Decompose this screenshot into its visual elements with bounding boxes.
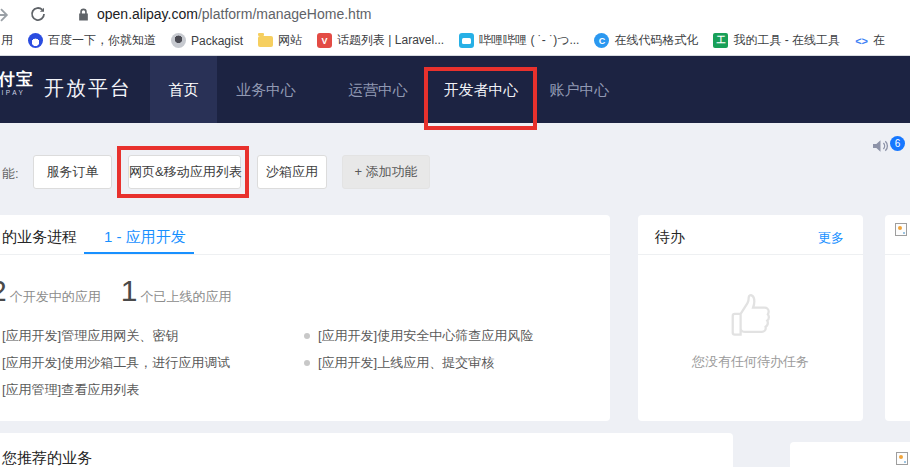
card-header-divider: [638, 254, 863, 255]
recommended-business-card: 您推荐的业务: [0, 433, 733, 467]
url-host: open.alipay.com: [97, 6, 198, 22]
packagist-icon: [171, 33, 186, 48]
task-text: [应用开发]使用安全中心筛查应用风险: [318, 327, 533, 345]
partial-right-card: [885, 215, 910, 421]
topic-list-icon: V: [317, 33, 332, 48]
sandbox-app-button[interactable]: 沙箱应用: [257, 155, 327, 189]
bookmark-label: 网站: [278, 32, 302, 49]
todo-more-link[interactable]: 更多: [818, 229, 844, 247]
reload-icon[interactable]: [29, 5, 47, 23]
bookmark-item-online[interactable]: <> 在: [855, 32, 885, 49]
code-format-icon: C: [594, 33, 609, 48]
developing-app-label: 个开发中的应用: [10, 288, 101, 306]
todo-empty-text: 您没有任何待办任务: [638, 353, 863, 371]
bookmark-label: 百度一下，你就知道: [48, 32, 156, 49]
online-app-label: 个已上线的应用: [140, 288, 231, 306]
thumbs-up-icon: [726, 291, 776, 349]
task-item: [应用开发]使用安全中心筛查应用风险: [304, 327, 533, 345]
bookmark-label: 在: [873, 32, 885, 49]
announcement-speaker-icon[interactable]: [870, 136, 891, 156]
address-bar[interactable]: open.alipay.com/platform/manageHome.htm: [97, 6, 371, 22]
bookmark-label: 话题列表 | Laravel...: [337, 32, 444, 49]
nav-item-account-center[interactable]: 账户中心: [542, 56, 617, 123]
bookmark-label: Packagist: [191, 34, 243, 48]
bookmark-label: 在线代码格式化: [614, 32, 698, 49]
platform-title: 开放平台: [44, 75, 132, 102]
task-item: [应用开发]管理应用网关、密钥: [2, 327, 178, 345]
bookmarks-bar: 用 百度一下，你就知道 Packagist 网站 V 话题列表 | Larave…: [0, 28, 910, 56]
bookmark-item-tools[interactable]: 工 我的工具 - 在线工具: [713, 32, 840, 49]
bookmark-item-packagist[interactable]: Packagist: [171, 33, 243, 48]
recommended-title: 您推荐的业务: [2, 449, 92, 467]
nav-item-home[interactable]: 首页: [150, 56, 217, 123]
card-header-divider: [0, 254, 610, 255]
progress-card-title: 的业务进程: [2, 228, 77, 247]
alipay-logo-en: ALIPAY: [0, 89, 34, 96]
bookmark-label: 用: [1, 32, 13, 49]
lock-icon[interactable]: [77, 7, 90, 22]
url-path: /platform/manageHome.htm: [198, 6, 372, 22]
main-navigation: 支付宝 ALIPAY 开放平台 首页 业务中心 运营中心 开发者中心 账户中心 …: [0, 56, 910, 123]
notification-badge[interactable]: 6: [890, 136, 905, 151]
nav-item-developer-center[interactable]: 开发者中心: [437, 56, 525, 123]
bookmark-item-topics[interactable]: V 话题列表 | Laravel...: [317, 32, 444, 49]
bookmark-item[interactable]: 用: [1, 32, 13, 49]
alipay-logo-cn: 支付宝: [0, 70, 34, 89]
bookmark-label: 哔哩哔哩 ( ˙- ˙)つ...: [479, 32, 579, 49]
broken-image-icon: [896, 452, 908, 465]
tools-icon: 工: [713, 33, 728, 48]
developing-app-count: 2: [0, 275, 7, 307]
task-text: [应用开发]上线应用、提交审核: [318, 354, 494, 372]
task-item: [应用开发]上线应用、提交审核: [304, 354, 494, 372]
broken-image-icon: [895, 223, 907, 236]
bullet-dot: [304, 360, 310, 366]
bottom-right-card: [790, 442, 910, 467]
tab-app-development[interactable]: 1 - 应用开发: [104, 228, 186, 247]
browser-toolbar: open.alipay.com/platform/manageHome.htm: [0, 0, 910, 28]
bookmark-item-baidu[interactable]: 百度一下，你就知道: [28, 32, 156, 49]
baidu-icon: [28, 33, 43, 48]
add-function-button[interactable]: + 添加功能: [342, 155, 430, 189]
bookmark-label: 我的工具 - 在线工具: [733, 32, 840, 49]
tab-active-underline: [84, 252, 194, 254]
todo-card-title: 待办: [655, 228, 685, 247]
todo-card: 待办 更多 您没有任何待办任务: [638, 215, 863, 421]
forward-arrow-icon[interactable]: [0, 5, 11, 25]
bookmark-item-bilibili[interactable]: 哔哩哔哩 ( ˙- ˙)つ...: [459, 32, 579, 49]
function-bar-label: 能:: [2, 165, 19, 183]
alipay-logo[interactable]: 支付宝 ALIPAY: [0, 70, 34, 96]
page: open.alipay.com/platform/manageHome.htm …: [0, 0, 910, 467]
code-brackets-icon: <>: [855, 33, 868, 48]
bilibili-icon: [459, 33, 474, 48]
business-progress-card: 的业务进程 1 - 应用开发 2 个开发中的应用 1 个已上线的应用 [应用开发…: [0, 215, 610, 421]
task-item: [应用开发]使用沙箱工具，进行应用调试: [2, 354, 230, 372]
online-app-count: 1: [121, 275, 138, 307]
bookmark-item-website[interactable]: 网站: [258, 32, 302, 49]
card-header-divider: [885, 254, 910, 255]
web-mobile-app-list-button[interactable]: 网页&移动应用列表: [128, 155, 241, 189]
service-orders-button[interactable]: 服务订单: [33, 155, 112, 189]
app-stats: 2 个开发中的应用 1 个已上线的应用: [0, 275, 231, 307]
nav-item-business-center[interactable]: 业务中心: [222, 56, 310, 123]
task-item: [应用管理]查看应用列表: [2, 381, 139, 399]
bookmark-item-code-format[interactable]: C 在线代码格式化: [594, 32, 698, 49]
nav-item-operation-center[interactable]: 运营中心: [334, 56, 422, 123]
bullet-dot: [304, 333, 310, 339]
folder-icon: [258, 36, 273, 47]
